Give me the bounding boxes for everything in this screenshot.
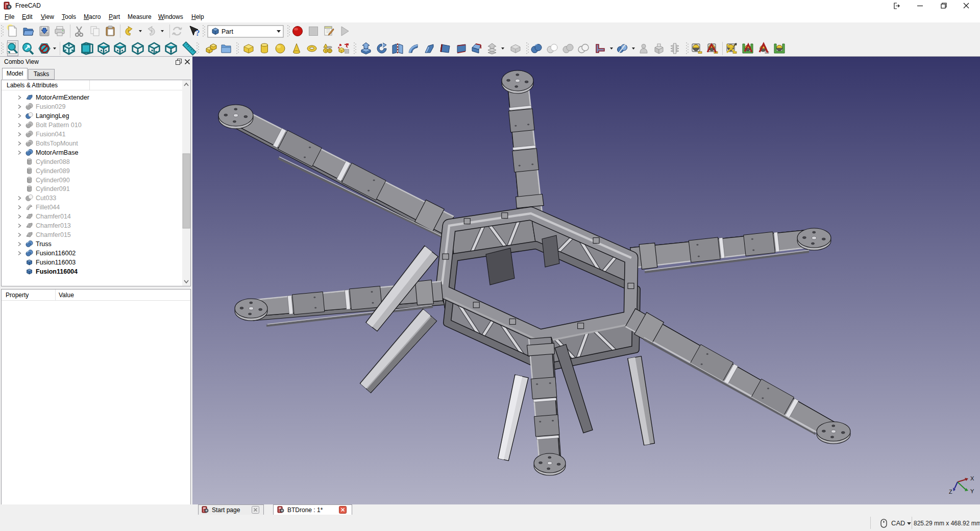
svg-text:Part: Part [222, 28, 233, 35]
svg-text:?: ? [195, 28, 200, 38]
svg-text:Z: Z [949, 489, 952, 495]
svg-text:X: X [970, 475, 974, 481]
svg-text:Y: Y [970, 488, 974, 494]
